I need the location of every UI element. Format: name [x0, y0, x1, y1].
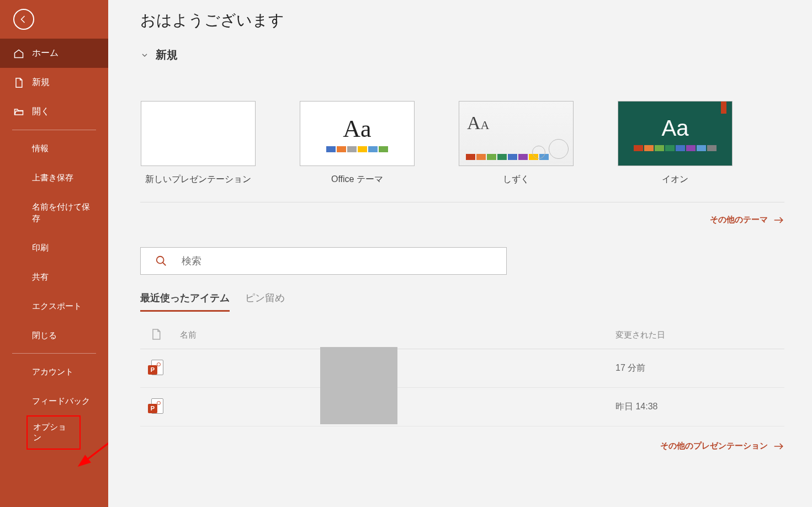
more-presentations-link[interactable]: その他のプレゼンテーション — [140, 441, 784, 451]
template-droplet[interactable]: AA しずく — [458, 101, 574, 185]
recent-files-table: 名前 変更された日 P 17 分前 P 昨日 14:38 — [140, 325, 784, 426]
aa-preview-text: AA — [467, 113, 489, 134]
link-label: その他のプレゼンテーション — [660, 441, 768, 451]
link-label: その他のテーマ — [710, 215, 768, 225]
sidebar-item-print[interactable]: 印刷 — [0, 233, 108, 262]
new-file-icon — [13, 77, 24, 88]
template-blank[interactable]: 新しいプレゼンテーション — [140, 101, 256, 185]
table-row[interactable]: P 昨日 14:38 — [140, 388, 784, 426]
template-ion[interactable]: Aa イオン — [617, 101, 733, 185]
divider — [140, 202, 784, 202]
template-label: Office テーマ — [331, 174, 383, 185]
table-row[interactable]: P 17 分前 — [140, 349, 784, 388]
template-label: しずく — [503, 174, 529, 185]
sidebar-item-close[interactable]: 閉じる — [0, 321, 108, 350]
svg-line-2 — [163, 263, 166, 266]
redacted-area — [320, 347, 397, 424]
search-icon — [155, 255, 167, 267]
arrow-left-icon — [19, 14, 29, 24]
file-icon — [151, 328, 161, 340]
template-thumb: Aa — [300, 101, 415, 166]
powerpoint-file-icon: P — [148, 360, 166, 377]
col-date-header: 変更された日 — [615, 330, 784, 340]
sidebar-item-save-as[interactable]: 名前を付けて保存 — [0, 192, 108, 233]
template-thumb: Aa — [618, 101, 733, 166]
template-thumb: AA — [459, 101, 574, 166]
main-content: おはようございます 新規 新しいプレゼンテーション Aa Office テーマ … — [108, 0, 812, 507]
sidebar-item-info[interactable]: 情報 — [0, 134, 108, 163]
back-button[interactable] — [13, 9, 34, 30]
sidebar-item-label: 新規 — [32, 77, 50, 88]
tabs: 最近使ったアイテム ピン留め — [140, 291, 784, 312]
template-thumb — [141, 101, 256, 166]
section-label: 新規 — [156, 47, 178, 62]
col-name-header: 名前 — [180, 330, 615, 340]
sidebar-separator — [12, 353, 96, 354]
powerpoint-file-icon: P — [148, 398, 166, 416]
file-date-cell: 昨日 14:38 — [615, 401, 784, 413]
sidebar-item-share[interactable]: 共有 — [0, 262, 108, 291]
sidebar-item-options[interactable]: オプション — [26, 415, 81, 450]
sidebar-separator — [12, 130, 96, 130]
bubbles-decoration — [531, 139, 569, 161]
aa-preview-text: Aa — [343, 115, 371, 143]
template-office-theme[interactable]: Aa Office テーマ — [299, 101, 415, 185]
sidebar-item-label: 開く — [32, 106, 50, 118]
sidebar-item-account[interactable]: アカウント — [0, 357, 108, 386]
template-label: イオン — [662, 174, 688, 185]
sidebar: ホーム 新規 開く 情報 上書き保存 名前を付けて保存 印刷 共有 エクスポート… — [0, 0, 108, 507]
sidebar-item-new[interactable]: 新規 — [0, 68, 108, 97]
search-input[interactable] — [182, 255, 492, 267]
color-strip — [634, 145, 717, 151]
home-icon — [13, 48, 24, 59]
sidebar-item-open[interactable]: 開く — [0, 97, 108, 126]
folder-open-icon — [13, 106, 24, 118]
new-section-header[interactable]: 新規 — [140, 47, 784, 62]
arrow-right-icon — [773, 216, 784, 224]
sidebar-item-save[interactable]: 上書き保存 — [0, 163, 108, 192]
tab-pinned[interactable]: ピン留め — [245, 291, 285, 312]
arrow-right-icon — [773, 442, 784, 450]
templates-row: 新しいプレゼンテーション Aa Office テーマ AA — [140, 101, 784, 185]
table-header: 名前 変更された日 — [140, 325, 784, 349]
tab-recent[interactable]: 最近使ったアイテム — [140, 291, 230, 312]
sidebar-item-export[interactable]: エクスポート — [0, 291, 108, 321]
sidebar-item-feedback[interactable]: フィードバック — [0, 386, 108, 415]
file-date-cell: 17 分前 — [615, 362, 784, 374]
sidebar-item-home[interactable]: ホーム — [0, 39, 108, 68]
search-box[interactable] — [140, 247, 507, 275]
color-strip — [326, 146, 388, 152]
svg-point-1 — [157, 257, 164, 264]
more-themes-link[interactable]: その他のテーマ — [140, 215, 784, 225]
template-label: 新しいプレゼンテーション — [145, 174, 251, 185]
page-title: おはようございます — [140, 0, 784, 38]
sidebar-item-label: ホーム — [32, 47, 59, 59]
aa-preview-text: Aa — [662, 116, 689, 141]
chevron-down-icon — [140, 51, 149, 60]
